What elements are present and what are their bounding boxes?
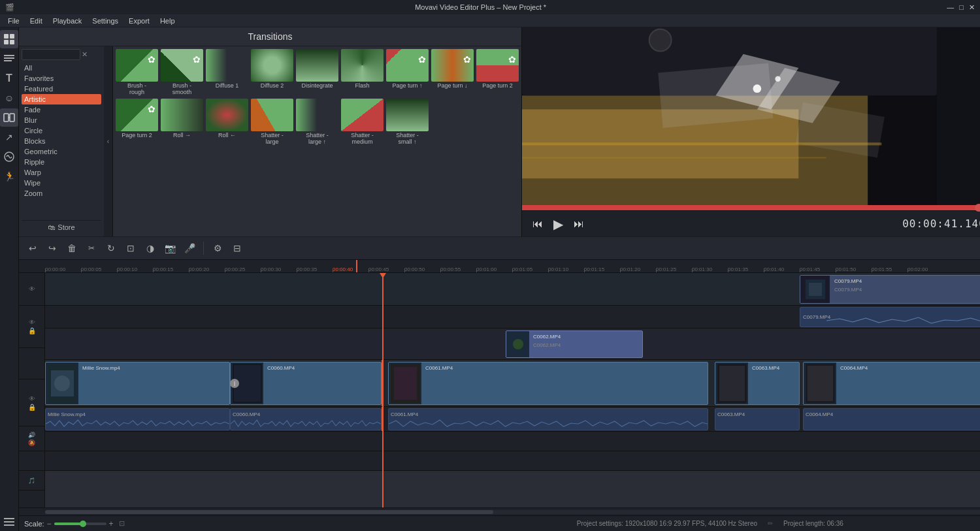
maximize-btn[interactable]: □ (959, 3, 964, 12)
undo-button[interactable]: ↩ (24, 240, 41, 257)
snapshot-button[interactable]: 📷 (161, 240, 178, 257)
transition-page-turn-down[interactable]: ✿ Page turn ↓ (431, 49, 474, 96)
menu-file[interactable]: File (3, 17, 25, 25)
transition-shatter-medium[interactable]: Shatter -medium (341, 99, 384, 146)
more-button[interactable]: ⊟ (229, 240, 246, 257)
toolbar-transitions[interactable] (0, 108, 18, 127)
toolbar-menu[interactable] (0, 513, 18, 531)
clip-c0063[interactable]: C0063.MP4 (715, 362, 800, 405)
toolbar-sticker[interactable]: ☺ (0, 89, 18, 107)
toolbar-edit[interactable] (0, 50, 18, 68)
transition-page-turn2b[interactable]: ✿ Page turn 2 (116, 99, 158, 146)
rotate-button[interactable]: ↻ (103, 240, 120, 257)
clip-audio-c0061[interactable]: C0061.MP4 (388, 408, 708, 430)
clip-c0060[interactable]: C0060.MP4 (230, 362, 382, 405)
lock-icon-v2[interactable]: 🔒 (28, 327, 36, 334)
clip-audio-c0064[interactable]: C0064.MP4 (803, 408, 980, 430)
category-warp[interactable]: Warp (22, 167, 101, 178)
clip-audio-c0063[interactable]: C0063.MP4 (715, 408, 800, 430)
clip-millie[interactable]: Millie Snow.mp4 (45, 362, 230, 405)
scale-slider[interactable] (54, 523, 106, 525)
toolbar-motion[interactable]: ↗ (0, 128, 18, 146)
zoom-out-icon[interactable]: − (47, 519, 52, 528)
transition-page-turn2[interactable]: ✿ Page turn 2 (476, 49, 519, 96)
play-button[interactable]: ▶ (551, 214, 566, 234)
title-bar: 🎬 Movavi Video Editor Plus – New Project… (0, 0, 980, 14)
collapse-button[interactable]: ‹ (104, 46, 113, 236)
toolbar-media[interactable] (0, 30, 18, 48)
transition-brush-rough[interactable]: ✿ Brush -rough (116, 49, 158, 96)
tracks-content[interactable]: C0079.MP4 C0079.MP4 C0079.MP4 (45, 273, 980, 507)
category-featured[interactable]: Featured (22, 84, 101, 94)
svg-rect-7 (4, 114, 8, 121)
close-search-icon[interactable]: ✕ (82, 50, 88, 59)
timeline-scrollbar[interactable] (19, 507, 980, 515)
transition-roll-right[interactable]: Roll → (161, 99, 203, 146)
menu-settings[interactable]: Settings (87, 17, 123, 25)
menu-edit[interactable]: Edit (25, 17, 48, 25)
toolbar-filters[interactable] (0, 148, 18, 166)
delete-button[interactable]: 🗑 (63, 240, 80, 257)
transition-disintegrate[interactable]: Disintegrate (296, 49, 338, 96)
transition-shatter-large-a[interactable]: Shatter -large ↑ (296, 99, 338, 146)
category-wipe[interactable]: Wipe (22, 178, 101, 188)
clip-audio-c0060[interactable]: C0060.MP4 (230, 408, 382, 430)
category-artistic[interactable]: Artistic (22, 94, 101, 105)
transition-page-turn-up[interactable]: ✿ Page turn ↑ (386, 49, 429, 96)
category-all[interactable]: All (22, 63, 101, 73)
minimize-btn[interactable]: — (947, 3, 954, 12)
transition-shatter-small[interactable]: Shatter -small ↑ (386, 99, 429, 146)
transition-diffuse2[interactable]: Diffuse 2 (251, 49, 293, 96)
color-button[interactable]: ◑ (142, 240, 159, 257)
clip-c0079[interactable]: C0079.MP4 C0079.MP4 (800, 275, 980, 304)
lock-icon-main[interactable]: 🔒 (28, 404, 36, 411)
forward-button[interactable]: ⏭ (571, 216, 587, 233)
clip-c0061[interactable]: C0061.MP4 (388, 362, 708, 405)
music-icon[interactable]: 🎵 (28, 477, 35, 484)
menu-export[interactable]: Export (123, 17, 155, 25)
close-btn[interactable]: ✕ (969, 3, 975, 12)
mute-icon[interactable]: 🔕 (28, 440, 35, 446)
transition-diffuse1[interactable]: Diffuse 1 (206, 49, 248, 96)
transition-flash[interactable]: Flash (341, 49, 384, 96)
category-circle[interactable]: Circle (22, 125, 101, 136)
progress-bar[interactable] (522, 205, 980, 210)
category-blur[interactable]: Blur (22, 115, 101, 125)
zoom-in-icon[interactable]: + (109, 519, 114, 528)
redo-button[interactable]: ↪ (44, 240, 61, 257)
category-fade[interactable]: Fade (22, 105, 101, 115)
settings-button[interactable]: ⚙ (209, 240, 226, 257)
store-button[interactable]: 🛍 Store (22, 220, 101, 234)
clip-c0064[interactable]: C0064.MP4 (803, 362, 980, 405)
toolbar-person[interactable]: 🏃 (0, 167, 18, 185)
speaker-icon[interactable]: 🔊 (28, 432, 35, 438)
category-geometric[interactable]: Geometric (22, 146, 101, 157)
eye-icon-v1[interactable]: 👁 (29, 285, 35, 293)
category-blocks[interactable]: Blocks (22, 136, 101, 146)
transition-roll-left[interactable]: Roll ← (206, 99, 248, 146)
toolbar-text[interactable]: T (0, 69, 18, 88)
eye-icon-v2[interactable]: 👁 (29, 319, 35, 326)
search-input[interactable] (22, 49, 80, 60)
track-header-music: 🎵 (19, 471, 44, 491)
crop-button[interactable]: ⊡ (122, 240, 139, 257)
clip-audio-millie[interactable]: Millie Snow.mp4 (45, 408, 230, 430)
rewind-button[interactable]: ⏮ (530, 216, 546, 233)
cut-button[interactable]: ✂ (83, 240, 100, 257)
category-ripple[interactable]: Ripple (22, 157, 101, 167)
transition-brush-smooth[interactable]: ✿ Brush -smooth (161, 49, 203, 96)
voice-button[interactable]: 🎤 (181, 240, 198, 257)
transition-shatter-large[interactable]: Shatter -large (251, 99, 293, 146)
edit-settings-icon[interactable]: ✏ (768, 520, 773, 527)
window-controls[interactable]: — □ ✕ (947, 3, 975, 12)
track-a1: C0079.MP4 (45, 306, 980, 329)
fit-timeline-icon[interactable]: ⊡ (119, 519, 125, 528)
menu-help[interactable]: Help (155, 17, 180, 25)
clip-c0062[interactable]: C0062.MP4 C0062.MP4 (506, 330, 643, 358)
clip-audio-c0079[interactable]: C0079.MP4 (800, 307, 980, 327)
category-favorites[interactable]: Favorites (22, 73, 101, 84)
menu-playback[interactable]: Playback (48, 17, 88, 25)
category-zoom[interactable]: Zoom (22, 188, 101, 199)
eye-icon-main[interactable]: 👁 (29, 395, 35, 402)
menu-bar: File Edit Playback Settings Export Help (0, 14, 980, 27)
